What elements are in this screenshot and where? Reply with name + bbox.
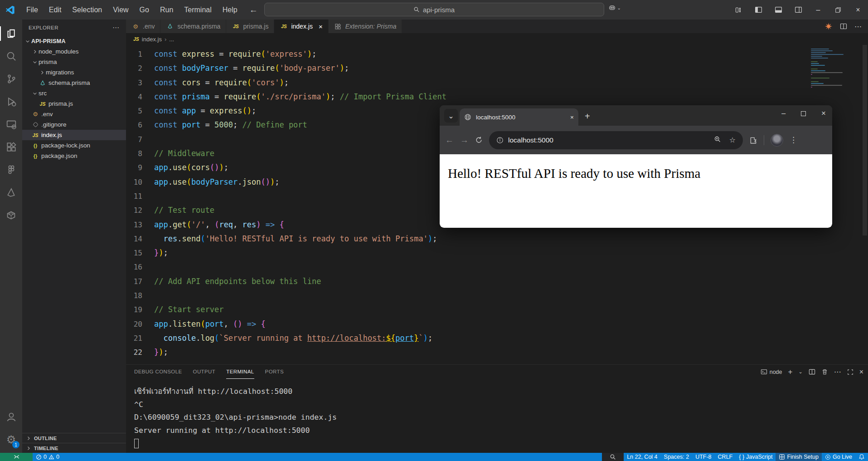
section-timeline[interactable]: TIMELINE [22, 443, 126, 453]
split-terminal-icon[interactable] [809, 368, 815, 375]
problems-indicator[interactable]: 0 0 [33, 453, 63, 461]
minimap[interactable] [808, 47, 862, 90]
browser-reload-icon[interactable] [475, 136, 483, 144]
panel-more-actions-icon[interactable]: ⋯ [834, 368, 841, 376]
notifications-bell-icon[interactable] [855, 453, 868, 461]
encoding[interactable]: UTF-8 [692, 453, 714, 461]
menu-help[interactable]: Help [217, 6, 243, 14]
activity-account-icon[interactable] [0, 406, 22, 428]
terminal-shell-chip[interactable]: node [761, 368, 782, 375]
finish-setup-button[interactable]: Finish Setup [776, 453, 821, 461]
menu-file[interactable]: File [21, 6, 44, 14]
command-center-search[interactable]: api-prisma [264, 3, 604, 16]
toggle-secondary-sidebar-icon[interactable] [788, 0, 808, 20]
activity-figma-icon[interactable] [0, 158, 22, 181]
indentation[interactable]: Spaces: 2 [661, 453, 693, 461]
window-restore-icon[interactable] [828, 0, 848, 20]
browser-forward-icon[interactable]: → [460, 135, 469, 145]
browser-tab[interactable]: localhost:5000 × [460, 108, 578, 126]
menu-selection[interactable]: Selection [67, 6, 107, 14]
bookmark-star-icon[interactable]: ☆ [729, 136, 736, 144]
eol-sequence[interactable]: CRLF [715, 453, 736, 461]
address-bar[interactable]: localhost:5000 ☆ [489, 131, 743, 149]
split-editor-icon[interactable] [840, 23, 847, 30]
tree-item-prisma[interactable]: prisma [22, 57, 126, 67]
tree-item-package-lock-json[interactable]: {}package-lock.json [22, 140, 126, 151]
activity-container-icon[interactable] [0, 204, 22, 226]
nav-back-icon[interactable]: ← [249, 5, 258, 15]
tab-prisma-js[interactable]: JSprisma.js [226, 20, 274, 33]
tree-item-prisma-js[interactable]: JSprisma.js [22, 98, 126, 109]
browser-minimize-icon[interactable]: – [781, 109, 786, 118]
sidebar-sections: OUTLINETIMELINE [22, 433, 126, 453]
starburst-icon[interactable] [824, 22, 833, 30]
activity-remote-explorer-icon[interactable] [0, 113, 22, 136]
browser-close-icon[interactable]: × [821, 109, 826, 118]
tree-item-index-js[interactable]: JSindex.js [22, 130, 126, 140]
close-panel-icon[interactable]: × [859, 368, 863, 376]
new-terminal-icon[interactable]: + [788, 368, 793, 377]
extensions-puzzle-icon[interactable] [749, 136, 757, 144]
window-minimize-icon[interactable]: – [808, 0, 828, 20]
menu-terminal[interactable]: Terminal [179, 6, 217, 14]
globe-icon [464, 113, 471, 121]
activity-search-icon[interactable] [0, 45, 22, 68]
tree-item-node-modules[interactable]: node_modules [22, 46, 126, 57]
activity-prisma-icon[interactable] [0, 181, 22, 204]
browser-menu-icon[interactable]: ⋮ [790, 135, 797, 145]
terminal-dropdown-icon[interactable]: ⌄ [798, 369, 802, 375]
cursor-position[interactable]: Ln 22, Col 4 [624, 453, 660, 461]
go-live-button[interactable]: Go Live [822, 453, 855, 461]
tab-close-icon[interactable]: × [319, 23, 323, 30]
tab-close-icon[interactable]: × [570, 114, 574, 121]
customize-layout-icon[interactable] [728, 0, 748, 20]
profile-avatar[interactable] [771, 134, 783, 147]
section-outline[interactable]: OUTLINE [22, 433, 126, 443]
menu-go[interactable]: Go [134, 6, 155, 14]
panel-tab-output[interactable]: OUTPUT [193, 365, 216, 379]
breadcrumb[interactable]: JS index.js › ... [126, 33, 868, 45]
explorer-more-actions-icon[interactable]: ⋯ [112, 24, 120, 32]
tree-item-package-json[interactable]: {}package.json [22, 151, 126, 161]
activity-explorer-icon[interactable] [0, 22, 22, 45]
tab-schema-prisma[interactable]: schema.prisma [160, 20, 226, 33]
terminal-output[interactable]: เซิร์ฟเวอร์ทำงานที่ http://localhost:500… [126, 379, 868, 453]
toggle-panel-icon[interactable] [768, 0, 788, 20]
remote-indicator[interactable] [0, 453, 33, 461]
window-close-icon[interactable]: × [848, 0, 868, 20]
tree-item-src[interactable]: src [22, 88, 126, 98]
tree-item--env[interactable]: ⚙.env [22, 109, 126, 119]
tree-item--gitignore[interactable]: .gitignore [22, 119, 126, 130]
menu-view[interactable]: View [107, 6, 134, 14]
editor-more-actions-icon[interactable]: ⋯ [854, 22, 862, 31]
tab-extension-prisma[interactable]: Extension: Prisma [329, 20, 402, 33]
kill-terminal-icon[interactable] [821, 368, 828, 375]
tab-search-chevron-icon[interactable]: ⌄ [444, 109, 458, 123]
language-mode[interactable]: { } JavaScript [736, 453, 776, 461]
activity-source-control-icon[interactable] [0, 68, 22, 90]
panel-tab-terminal[interactable]: TERMINAL [226, 365, 254, 379]
breadcrumb-more: ... [169, 36, 174, 43]
tab-index-js[interactable]: JSindex.js× [274, 20, 328, 33]
statusbar-search-icon[interactable] [602, 453, 624, 461]
new-tab-icon[interactable]: + [585, 111, 590, 122]
activity-run-debug-icon[interactable] [0, 90, 22, 113]
zoom-icon[interactable] [714, 136, 721, 143]
panel-tab-debug-console[interactable]: DEBUG CONSOLE [134, 365, 182, 379]
tab--env[interactable]: ⚙.env [126, 20, 160, 33]
menu-run[interactable]: Run [155, 6, 179, 14]
tree-item-api-prisma[interactable]: API-PRISMA [22, 36, 126, 46]
browser-maximize-icon[interactable] [801, 111, 806, 116]
menu-edit[interactable]: Edit [44, 6, 67, 14]
toggle-primary-sidebar-icon[interactable] [748, 0, 768, 20]
copilot-button[interactable]: ⌄ [608, 4, 621, 12]
activity-settings-icon[interactable]: ⚙1 [0, 428, 22, 451]
site-info-icon[interactable] [496, 137, 504, 144]
activity-extensions-icon[interactable] [0, 136, 22, 158]
tree-item-schema-prisma[interactable]: schema.prisma [22, 78, 126, 88]
editor-scrollbar[interactable] [862, 45, 868, 364]
maximize-panel-icon[interactable] [847, 369, 853, 375]
browser-back-icon[interactable]: ← [445, 135, 454, 145]
tree-item-migrations[interactable]: migrations [22, 67, 126, 78]
panel-tab-ports[interactable]: PORTS [265, 365, 284, 379]
